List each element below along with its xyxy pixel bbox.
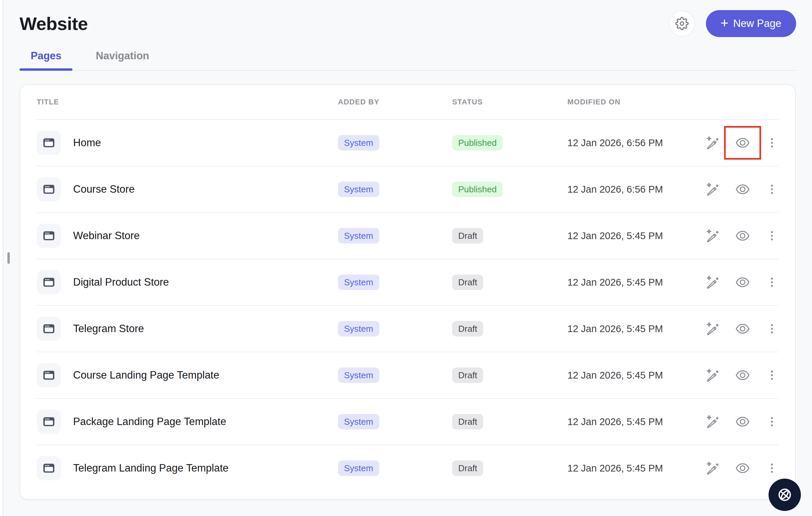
title-cell: Home xyxy=(37,131,338,155)
table-body: Home System Published 12 Jan 2026, 6:56 … xyxy=(37,119,779,491)
magic-wand-edit-button[interactable] xyxy=(705,414,721,430)
page-window-icon xyxy=(37,316,61,341)
row-menu-button[interactable] xyxy=(764,228,780,244)
tab-pages[interactable]: Pages xyxy=(20,44,72,70)
preview-eye-button[interactable] xyxy=(734,135,751,151)
row-menu-button[interactable] xyxy=(764,135,780,151)
modified-on-text: 12 Jan 2026, 5:45 PM xyxy=(568,231,705,242)
page-name: Course Landing Page Template xyxy=(73,369,219,381)
magic-wand-edit-button[interactable] xyxy=(705,321,721,337)
new-page-button[interactable]: + New Page xyxy=(706,10,796,37)
tab-navigation[interactable]: Navigation xyxy=(85,44,160,70)
actions-cell xyxy=(705,460,780,476)
page-window-icon xyxy=(37,363,61,387)
page-name: Home xyxy=(73,137,101,149)
row-menu-button[interactable] xyxy=(764,460,780,476)
sidebar-drag-handle[interactable] xyxy=(7,252,10,264)
eye-icon xyxy=(735,460,750,476)
status-cell: Draft xyxy=(452,274,568,290)
actions-cell xyxy=(705,135,780,151)
settings-button[interactable] xyxy=(669,10,695,37)
page-name: Telegram Landing Page Template xyxy=(73,462,228,474)
eye-icon xyxy=(735,414,750,429)
magic-wand-icon xyxy=(705,135,721,151)
page-window-icon xyxy=(37,409,61,434)
eye-icon xyxy=(735,135,750,151)
eye-icon xyxy=(735,367,750,383)
kebab-menu-icon xyxy=(765,229,779,243)
added-by-cell: System xyxy=(338,460,452,476)
table-row[interactable]: Webinar Store System Draft 12 Jan 2026, … xyxy=(37,212,779,259)
title-cell: Package Landing Page Template xyxy=(37,409,338,434)
preview-eye-button[interactable] xyxy=(734,321,751,337)
status-badge: Published xyxy=(452,135,503,151)
plus-icon: + xyxy=(721,16,728,30)
kebab-menu-icon xyxy=(765,368,779,382)
added-by-badge: System xyxy=(338,182,379,197)
row-menu-button[interactable] xyxy=(764,367,780,383)
table-row[interactable]: Telegram Landing Page Template System Dr… xyxy=(37,445,779,491)
modified-on-text: 12 Jan 2026, 5:45 PM xyxy=(568,277,705,288)
preview-eye-button[interactable] xyxy=(734,228,751,244)
page-name: Digital Product Store xyxy=(73,276,169,288)
table-row[interactable]: Home System Published 12 Jan 2026, 6:56 … xyxy=(37,119,779,166)
eye-icon xyxy=(735,321,750,336)
magic-wand-edit-button[interactable] xyxy=(705,367,721,383)
added-by-badge: System xyxy=(338,228,379,244)
magic-wand-icon xyxy=(705,228,721,244)
preview-eye-button[interactable] xyxy=(734,274,751,290)
magic-wand-edit-button[interactable] xyxy=(705,274,721,290)
added-by-badge: System xyxy=(338,460,379,476)
added-by-cell: System xyxy=(338,228,452,244)
actions-cell xyxy=(705,274,780,290)
pages-table-card: TITLE ADDED BY STATUS MODIFIED ON Home S… xyxy=(20,84,796,500)
table-row[interactable]: Telegram Store System Draft 12 Jan 2026,… xyxy=(37,305,779,352)
gear-icon xyxy=(675,17,689,30)
magic-wand-edit-button[interactable] xyxy=(705,460,721,476)
magic-wand-edit-button[interactable] xyxy=(705,181,721,198)
kebab-menu-icon xyxy=(765,415,779,428)
magic-wand-edit-button[interactable] xyxy=(705,135,721,151)
modified-on-text: 12 Jan 2026, 5:45 PM xyxy=(568,463,705,474)
eye-icon xyxy=(735,228,750,244)
row-menu-button[interactable] xyxy=(764,181,780,198)
added-by-cell: System xyxy=(338,414,452,429)
title-cell: Course Store xyxy=(37,177,338,202)
table-row[interactable]: Digital Product Store System Draft 12 Ja… xyxy=(37,259,779,305)
preview-eye-button[interactable] xyxy=(734,414,751,430)
page-window-icon xyxy=(37,456,61,480)
added-by-cell: System xyxy=(338,135,452,151)
modified-on-text: 12 Jan 2026, 5:45 PM xyxy=(568,370,705,381)
status-cell: Draft xyxy=(452,228,568,244)
title-cell: Telegram Landing Page Template xyxy=(37,456,338,480)
table-row[interactable]: Course Landing Page Template System Draf… xyxy=(37,352,779,398)
table-row[interactable]: Course Store System Published 12 Jan 202… xyxy=(37,166,779,212)
row-menu-button[interactable] xyxy=(764,321,780,337)
magic-wand-icon xyxy=(705,321,721,336)
preview-eye-button[interactable] xyxy=(734,181,751,198)
actions-cell xyxy=(705,321,780,337)
status-cell: Draft xyxy=(452,414,568,429)
status-badge: Draft xyxy=(452,274,483,290)
column-header-status: STATUS xyxy=(452,98,568,107)
page-window-icon xyxy=(37,177,61,202)
table-header: TITLE ADDED BY STATUS MODIFIED ON xyxy=(37,85,779,119)
kebab-menu-icon xyxy=(765,136,779,150)
magic-wand-icon xyxy=(705,182,721,197)
row-menu-button[interactable] xyxy=(764,414,780,430)
preview-eye-button[interactable] xyxy=(734,367,751,383)
actions-cell xyxy=(705,181,780,198)
website-globe-fab[interactable] xyxy=(768,479,801,511)
status-cell: Draft xyxy=(452,367,568,383)
actions-cell xyxy=(705,367,780,383)
tab-bar: Pages Navigation xyxy=(20,44,796,71)
added-by-badge: System xyxy=(338,414,379,429)
status-cell: Draft xyxy=(452,321,568,336)
row-menu-button[interactable] xyxy=(764,274,780,290)
status-badge: Draft xyxy=(452,228,483,244)
preview-eye-button[interactable] xyxy=(734,460,751,476)
magic-wand-edit-button[interactable] xyxy=(705,228,721,244)
table-row[interactable]: Package Landing Page Template System Dra… xyxy=(37,398,779,445)
kebab-menu-icon xyxy=(765,322,779,335)
modified-on-text: 12 Jan 2026, 6:56 PM xyxy=(568,138,705,149)
